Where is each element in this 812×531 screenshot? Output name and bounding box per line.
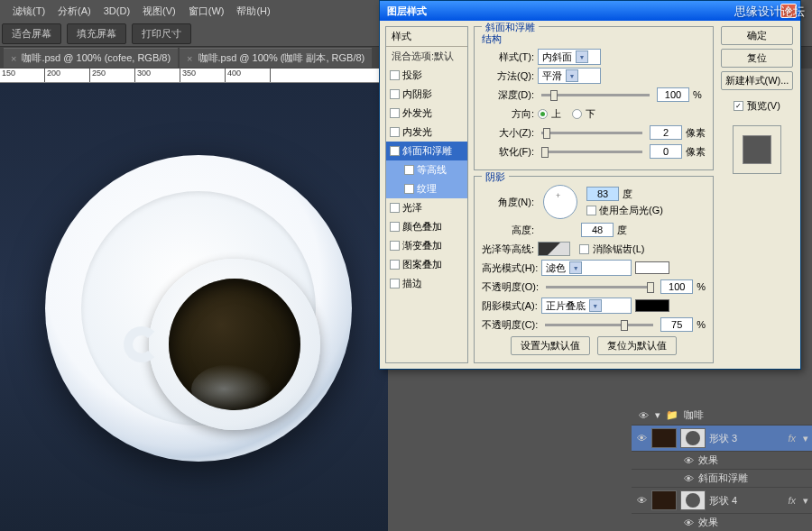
fill-screen-button[interactable]: 填充屏幕 bbox=[67, 23, 126, 44]
highlight-mode-select[interactable]: 滤色▼ bbox=[541, 260, 632, 276]
tab-document-1[interactable]: ×咖啡.psd @ 100% (cofee, RGB/8) bbox=[4, 48, 178, 68]
size-input[interactable] bbox=[650, 125, 682, 140]
checkbox-icon[interactable] bbox=[404, 165, 414, 175]
checkbox-icon[interactable] bbox=[390, 279, 400, 288]
altitude-input[interactable] bbox=[581, 223, 614, 237]
checkbox-icon[interactable] bbox=[404, 184, 414, 194]
chevron-down-icon[interactable]: ▾ bbox=[655, 409, 660, 421]
angle-input[interactable] bbox=[586, 187, 619, 201]
visibility-icon[interactable]: 👁 bbox=[635, 433, 648, 444]
highlight-opacity-label: 不透明度(O): bbox=[482, 280, 539, 294]
style-satin[interactable]: 光泽 bbox=[386, 198, 467, 217]
layer-mask bbox=[680, 490, 706, 510]
style-texture[interactable]: 纹理 bbox=[386, 179, 467, 198]
settings-panel: 斜面和浮雕 结构 样式(T): 内斜面▼ 方法(Q): 平滑▼ 深度(D): % bbox=[474, 26, 714, 363]
visibility-icon[interactable]: 👁 bbox=[682, 473, 695, 484]
technique-label: 方法(Q): bbox=[482, 69, 534, 83]
style-outer-glow[interactable]: 外发光 bbox=[386, 104, 467, 123]
style-stroke[interactable]: 描边 bbox=[386, 274, 467, 293]
document-canvas[interactable] bbox=[0, 83, 388, 531]
style-label: 样式(T): bbox=[482, 50, 534, 64]
close-icon[interactable]: × bbox=[187, 53, 192, 64]
shading-group: 阴影 角度(N): 度 使用全局光(G) bbox=[474, 176, 714, 363]
menu-analysis[interactable]: 分析(A) bbox=[52, 2, 97, 21]
checkbox-icon[interactable] bbox=[390, 203, 400, 213]
layer-thumb bbox=[651, 428, 677, 448]
global-light-checkbox[interactable] bbox=[586, 206, 596, 215]
layer-row-shape4[interactable]: 👁 形状 4 fx▾ bbox=[632, 488, 812, 514]
menu-help[interactable]: 帮助(H) bbox=[231, 2, 275, 21]
visibility-icon[interactable]: 👁 bbox=[682, 517, 695, 528]
size-slider[interactable] bbox=[541, 132, 642, 134]
fx-badge[interactable]: fx bbox=[788, 495, 796, 506]
style-color-overlay[interactable]: 颜色叠加 bbox=[386, 217, 467, 236]
style-contour[interactable]: 等高线 bbox=[386, 160, 467, 179]
chevron-down-icon: ▼ bbox=[589, 299, 602, 312]
checkbox-icon[interactable] bbox=[390, 89, 400, 99]
style-gradient-overlay[interactable]: 渐变叠加 bbox=[386, 236, 467, 255]
chevron-down-icon[interactable]: ▾ bbox=[803, 433, 808, 444]
depth-input[interactable] bbox=[657, 87, 689, 102]
depth-slider[interactable] bbox=[541, 94, 650, 96]
checkbox-icon[interactable] bbox=[390, 108, 400, 118]
preview-checkbox[interactable]: ✓ bbox=[734, 101, 743, 111]
fit-screen-button[interactable]: 适合屏幕 bbox=[2, 23, 61, 44]
visibility-icon[interactable]: 👁 bbox=[635, 495, 648, 506]
checkbox-icon[interactable] bbox=[390, 70, 400, 80]
technique-select[interactable]: 平滑▼ bbox=[538, 68, 601, 84]
layer-row-shape3[interactable]: 👁 形状 3 fx▾ bbox=[632, 426, 812, 452]
shadow-color-swatch[interactable] bbox=[635, 299, 669, 312]
close-icon[interactable]: × bbox=[11, 53, 16, 64]
soften-input[interactable] bbox=[650, 144, 682, 159]
shadow-opacity-input[interactable] bbox=[660, 317, 693, 332]
gloss-contour-picker[interactable] bbox=[538, 242, 570, 256]
watermark-text: 思缘设计论坛 bbox=[734, 4, 805, 20]
checkbox-icon[interactable] bbox=[390, 222, 400, 232]
menu-window[interactable]: 窗口(W) bbox=[183, 2, 230, 21]
ok-button[interactable]: 确定 bbox=[721, 26, 793, 45]
cancel-button[interactable]: 复位 bbox=[721, 49, 793, 68]
highlight-opacity-input[interactable] bbox=[660, 279, 693, 294]
style-pattern-overlay[interactable]: 图案叠加 bbox=[386, 255, 467, 274]
style-bevel-emboss[interactable]: ✓斜面和浮雕 bbox=[386, 142, 467, 160]
style-inner-shadow[interactable]: 内阴影 bbox=[386, 85, 467, 104]
effect-bevel[interactable]: 👁斜面和浮雕 bbox=[632, 470, 812, 488]
effect-row[interactable]: 👁效果 bbox=[632, 514, 812, 531]
reset-default-button[interactable]: 复位为默认值 bbox=[597, 336, 677, 355]
checkbox-icon[interactable] bbox=[390, 241, 400, 251]
horizontal-ruler: 150 200 250 300 350 400 bbox=[0, 69, 388, 83]
set-default-button[interactable]: 设置为默认值 bbox=[511, 336, 590, 355]
checkbox-icon[interactable] bbox=[390, 127, 400, 137]
style-inner-glow[interactable]: 内发光 bbox=[386, 123, 467, 142]
highlight-color-swatch[interactable] bbox=[635, 261, 669, 274]
coffee-cup-shape bbox=[149, 259, 320, 430]
soften-slider[interactable] bbox=[541, 151, 642, 153]
visibility-icon[interactable]: 👁 bbox=[637, 410, 650, 421]
layer-folder[interactable]: 👁 ▾ 📁 咖啡 bbox=[632, 406, 812, 426]
direction-down-radio[interactable] bbox=[572, 109, 582, 119]
print-size-button[interactable]: 打印尺寸 bbox=[132, 23, 191, 44]
menu-3d[interactable]: 3D(D) bbox=[98, 3, 135, 19]
bevel-style-select[interactable]: 内斜面▼ bbox=[538, 49, 601, 65]
antialias-checkbox[interactable] bbox=[579, 244, 589, 254]
tab-document-2[interactable]: ×咖啡.psd @ 100% (咖啡 副本, RGB/8) bbox=[180, 48, 372, 68]
shadow-opacity-slider[interactable] bbox=[545, 324, 653, 326]
visibility-icon[interactable]: 👁 bbox=[682, 455, 695, 466]
angle-dial[interactable] bbox=[543, 185, 577, 219]
highlight-opacity-slider[interactable] bbox=[546, 286, 653, 288]
liquid-reflection bbox=[191, 364, 272, 414]
direction-up-radio[interactable] bbox=[538, 109, 548, 119]
effect-row[interactable]: 👁效果 bbox=[632, 452, 812, 470]
menu-view[interactable]: 视图(V) bbox=[137, 2, 181, 21]
new-style-button[interactable]: 新建样式(W)... bbox=[721, 71, 793, 90]
shadow-mode-select[interactable]: 正片叠底▼ bbox=[541, 298, 632, 314]
blending-options[interactable]: 混合选项:默认 bbox=[386, 47, 467, 66]
checkbox-icon[interactable]: ✓ bbox=[390, 146, 400, 156]
chevron-down-icon[interactable]: ▾ bbox=[803, 495, 808, 507]
style-drop-shadow[interactable]: 投影 bbox=[386, 66, 467, 85]
coffee-saucer-shape bbox=[45, 155, 352, 462]
checkbox-icon[interactable] bbox=[390, 260, 400, 270]
canvas-area: 150 200 250 300 350 400 bbox=[0, 69, 388, 531]
menu-filter[interactable]: 滤镜(T) bbox=[7, 2, 51, 21]
fx-badge[interactable]: fx bbox=[788, 433, 796, 444]
